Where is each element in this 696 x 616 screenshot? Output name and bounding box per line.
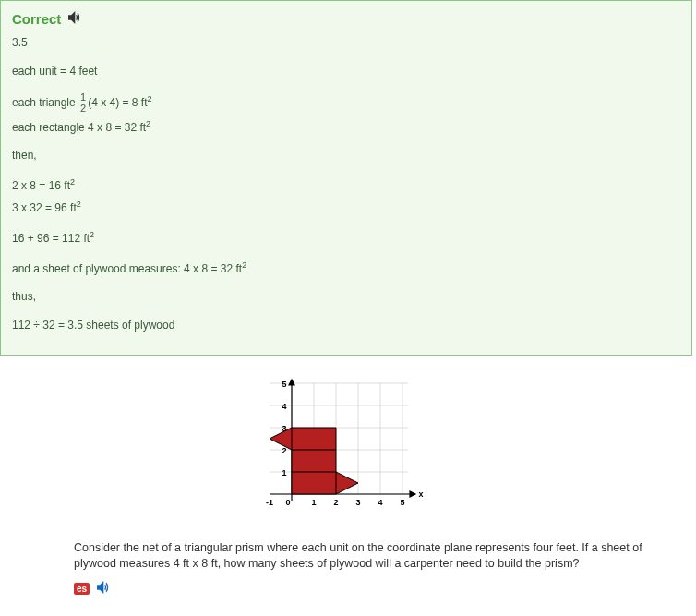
sq: 2 — [148, 93, 152, 103]
explain-thus: thus, — [12, 289, 680, 305]
fraction-half: 12 — [78, 92, 88, 114]
correct-title: Correct — [12, 11, 61, 27]
explanation-body: 3.5 each unit = 4 feet each triangle 12(… — [12, 35, 680, 333]
svg-marker-13 — [410, 491, 415, 497]
explain-calc2: 3 x 32 = 96 ft2 — [12, 199, 680, 216]
question-area: Consider the net of a triangular prism w… — [0, 540, 696, 616]
tri-post: (4 x 4) = 8 ft — [88, 95, 147, 108]
prism-net-shape — [270, 428, 358, 494]
audio-icon[interactable] — [95, 580, 110, 598]
xtick-2: 2 — [333, 498, 338, 507]
ytick-2: 2 — [282, 446, 286, 455]
question-text: Consider the net of a triangular prism w… — [74, 540, 668, 573]
xtick-0: 0 — [285, 498, 290, 507]
xtick-1: 1 — [311, 498, 316, 507]
xtick-3: 3 — [355, 498, 360, 507]
explain-triangle: each triangle 12(4 x 4) = 8 ft2 — [12, 92, 680, 114]
frac-num: 1 — [78, 92, 88, 103]
sq5: 2 — [90, 230, 94, 239]
explain-final: 112 ÷ 32 = 3.5 sheets of plywood — [12, 318, 680, 333]
xtick-5: 5 — [400, 498, 404, 507]
audio-icon[interactable] — [66, 10, 81, 28]
explain-sheet: and a sheet of plywood measures: 4 x 8 =… — [12, 260, 680, 277]
x-axis-label: x — [418, 489, 423, 499]
answer-value: 3.5 — [12, 35, 680, 51]
xtick-4: 4 — [378, 498, 382, 507]
correct-header: Correct — [12, 10, 680, 28]
ytick-4: 4 — [282, 402, 286, 411]
tri-pre: each triangle — [12, 95, 78, 108]
explain-rect: each rectangle 4 x 8 = 32 ft2 — [12, 118, 680, 136]
prism-net-plot: -1 0 1 2 3 4 5 1 2 3 4 5 x — [260, 374, 436, 522]
sq6: 2 — [242, 260, 246, 270]
correct-feedback-panel: Correct 3.5 each unit = 4 feet each tria… — [0, 0, 692, 356]
explain-unit: each unit = 4 feet — [12, 64, 680, 79]
rect-text: each rectangle 4 x 8 = 32 ft — [12, 121, 146, 134]
explain-sum: 16 + 96 = 112 ft2 — [12, 229, 680, 247]
xtick-neg1: -1 — [266, 498, 273, 507]
sq4: 2 — [77, 199, 81, 209]
ytick-5: 5 — [282, 380, 286, 389]
frac-den: 2 — [78, 103, 88, 114]
sum: 16 + 96 = 112 ft — [12, 232, 90, 245]
sq3: 2 — [70, 177, 75, 187]
c2: 3 x 32 = 96 ft — [12, 201, 77, 214]
svg-marker-15 — [289, 380, 294, 385]
explain-calc1: 2 x 8 = 16 ft2 — [12, 176, 680, 194]
explain-then: then, — [12, 148, 680, 163]
language-es-button[interactable]: es — [74, 583, 90, 595]
c1: 2 x 8 = 16 ft — [12, 179, 70, 192]
ytick-1: 1 — [282, 468, 286, 477]
sheet: and a sheet of plywood measures: 4 x 8 =… — [12, 262, 242, 275]
question-icons: es — [74, 580, 668, 598]
coordinate-figure: -1 0 1 2 3 4 5 1 2 3 4 5 x — [0, 374, 696, 522]
sq2: 2 — [146, 119, 150, 128]
